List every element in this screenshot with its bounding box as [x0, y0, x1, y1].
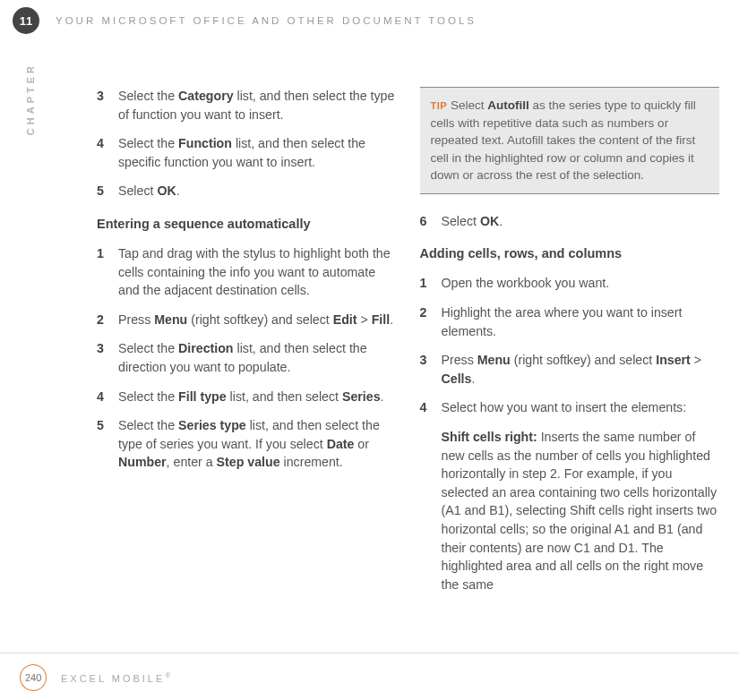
step-text: Select the Function list, and then selec…	[118, 134, 397, 171]
step-text: Select OK.	[118, 182, 397, 201]
page-number-badge: 240	[18, 662, 48, 693]
step-number: 2	[97, 311, 118, 329]
left-column: 3 Select the Category list, and then sel…	[97, 87, 397, 593]
step-text: Select the Fill type list, and then sele…	[118, 388, 397, 406]
step-item: 3 Press Menu (right softkey) and select …	[420, 351, 720, 388]
tip-callout: TIP Select Autofill as the series type t…	[420, 87, 720, 194]
step-item: 5 Select the Series type list, and then …	[97, 416, 397, 472]
step-number: 2	[420, 303, 442, 340]
page-footer: 240 EXCEL MOBILE®	[0, 653, 739, 700]
header-title: YOUR MICROSOFT OFFICE AND OTHER DOCUMENT…	[56, 15, 477, 26]
step-number: 3	[97, 339, 118, 376]
step-item: 2 Press Menu (right softkey) and select …	[97, 311, 397, 329]
tip-label: TIP	[431, 100, 448, 111]
page-header: 11 YOUR MICROSOFT OFFICE AND OTHER DOCUM…	[0, 0, 739, 38]
step-text: Select how you want to insert the elemen…	[442, 398, 720, 417]
chapter-number-badge: 11	[13, 7, 39, 34]
step-number: 6	[420, 212, 442, 231]
step-item: 1 Open the workbook you want.	[420, 274, 720, 293]
step-number: 5	[97, 182, 118, 201]
step-text: Select the Direction list, and then sele…	[118, 339, 397, 376]
step-item: 5 Select OK.	[97, 182, 397, 201]
step-text: Select OK.	[442, 212, 720, 231]
step-item: 1 Tap and drag with the stylus to highli…	[97, 244, 397, 300]
step-text: Highlight the area where you want to ins…	[442, 303, 720, 340]
content-area: 3 Select the Category list, and then sel…	[0, 38, 739, 593]
step-text: Press Menu (right softkey) and select Ed…	[118, 311, 397, 329]
step-item: 2 Highlight the area where you want to i…	[420, 303, 720, 340]
subheading: Entering a sequence automatically	[97, 215, 397, 234]
step-number: 5	[97, 416, 118, 472]
right-column: TIP Select Autofill as the series type t…	[420, 87, 720, 593]
step-text: Select the Series type list, and then se…	[118, 416, 397, 472]
chapter-label-vertical: CHAPTER	[25, 63, 36, 135]
step-text: Open the workbook you want.	[442, 274, 720, 293]
step-number: 1	[420, 274, 442, 293]
step-number: 3	[420, 351, 442, 388]
step-number: 4	[97, 134, 118, 171]
step-subdescription: Shift cells right: Inserts the same numb…	[442, 428, 720, 593]
step-item: 6 Select OK.	[420, 212, 720, 231]
step-number: 3	[97, 87, 118, 124]
step-number: 4	[420, 398, 442, 417]
step-item: 4 Select the Function list, and then sel…	[97, 134, 397, 171]
step-number: 1	[97, 244, 118, 300]
step-item: 4 Select the Fill type list, and then se…	[97, 388, 397, 406]
subheading: Adding cells, rows, and columns	[420, 244, 720, 263]
step-text: Press Menu (right softkey) and select In…	[442, 351, 720, 388]
step-text: Tap and drag with the stylus to highligh…	[118, 244, 397, 300]
step-item: 4 Select how you want to insert the elem…	[420, 398, 720, 417]
step-item: 3 Select the Category list, and then sel…	[97, 87, 397, 124]
step-number: 4	[97, 388, 118, 406]
step-text: Select the Category list, and then selec…	[118, 87, 397, 124]
step-item: 3 Select the Direction list, and then se…	[97, 339, 397, 376]
footer-title: EXCEL MOBILE®	[61, 671, 173, 684]
